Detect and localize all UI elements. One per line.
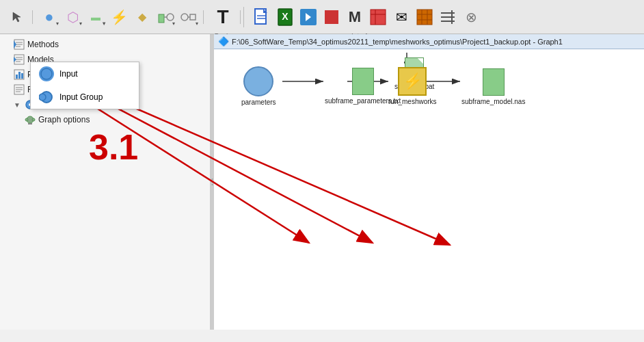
methods-label: Methods <box>27 40 59 49</box>
dropdown-input-group[interactable]: Input Group <box>31 86 139 109</box>
toolbar-separator <box>243 7 244 27</box>
svg-rect-16 <box>371 10 386 25</box>
lightning-btn[interactable]: ⚡ <box>108 6 130 28</box>
svg-point-55 <box>212 179 213 180</box>
node-arr2-btn[interactable] <box>178 6 200 28</box>
toolbar: ● ⬡ ▬ ⚡ ◆ T Basic <box>0 0 644 34</box>
input-group-icon <box>39 90 54 105</box>
svg-marker-0 <box>13 12 21 22</box>
svg-rect-51 <box>28 123 32 124</box>
svg-rect-41 <box>21 73 23 79</box>
graph1-expand-icon: ▼ <box>14 101 21 109</box>
toolbar-section-interfaces: X M ✉ ⊗ Interfaces <box>247 6 486 28</box>
svg-rect-6 <box>190 14 196 20</box>
svg-rect-1 <box>159 14 164 23</box>
sidebar: Methods Models Plot groups <box>0 34 211 330</box>
svg-rect-39 <box>16 75 18 79</box>
svg-rect-15 <box>325 10 338 24</box>
run-meshworks-shape: ⚡ <box>398 67 427 96</box>
run-meshworks-label: run_meshworks <box>388 98 437 105</box>
text-tool-btn[interactable]: T <box>209 6 237 28</box>
svg-point-49 <box>25 118 28 121</box>
iface3-btn[interactable] <box>297 6 319 28</box>
input-label: Input <box>59 69 78 79</box>
graph-title-icon: 🔷 <box>218 36 229 47</box>
dropdown-input[interactable]: Input <box>31 62 139 86</box>
svg-marker-32 <box>14 40 16 49</box>
dropdown-popup: Input Input Group <box>30 62 139 109</box>
svg-rect-40 <box>18 72 21 79</box>
svg-point-4 <box>181 14 188 21</box>
iface6-btn[interactable] <box>367 6 389 28</box>
node-arr1-btn[interactable] <box>155 6 176 28</box>
subframe-model-label: subframe_model.nas <box>461 98 525 105</box>
graph-options-label: Graph options <box>38 115 90 124</box>
graph-title-text: F:\06_SoftWare_Temp\34_optimus20211_temp… <box>232 38 563 46</box>
graph-titlebar: 🔷 F:\06_SoftWare_Temp\34_optimus20211_te… <box>214 34 644 49</box>
svg-point-52 <box>41 68 52 79</box>
input-icon <box>39 66 54 81</box>
models-icon <box>14 54 25 65</box>
iface5-btn[interactable]: M <box>344 6 366 28</box>
parameters-label: parameters <box>241 98 276 106</box>
parameters-node[interactable]: parameters <box>241 66 276 106</box>
sidebar-item-graph-options[interactable]: Graph options <box>0 112 210 127</box>
sidebar-item-methods[interactable]: Methods <box>0 37 210 52</box>
subframe-model-node[interactable]: subframe_model.nas <box>461 68 525 105</box>
rect-green-btn[interactable]: ▬ <box>85 6 107 28</box>
iface7-btn[interactable]: ✉ <box>390 6 412 28</box>
toolbar-section-pointer <box>3 6 33 28</box>
iface2-btn[interactable]: X <box>274 6 296 28</box>
svg-text:X: X <box>282 11 289 22</box>
svg-point-50 <box>32 118 35 121</box>
subframe-model-shape <box>483 68 505 96</box>
iface9-btn[interactable] <box>437 6 459 28</box>
svg-point-56 <box>212 181 213 183</box>
svg-point-54 <box>39 94 46 101</box>
toolbar-section-basic: T Basic <box>205 6 241 28</box>
graph-options-icon <box>25 114 36 125</box>
svg-point-2 <box>167 14 174 21</box>
toolbar-section-shapes: ● ⬡ ▬ ⚡ ◆ <box>34 6 204 28</box>
subframe-parameters-shape <box>352 68 374 95</box>
run-meshworks-node[interactable]: ⚡ run_meshworks <box>388 67 437 105</box>
graph-canvas[interactable]: subframe.bat parameters subframe_paramet… <box>214 49 644 330</box>
pointer-tool-btn[interactable] <box>7 6 29 28</box>
iface10-btn[interactable]: ⊗ <box>460 6 482 28</box>
methods-icon <box>14 39 25 50</box>
svg-point-57 <box>212 184 213 185</box>
hex-pink-btn[interactable]: ⬡ <box>62 6 83 28</box>
iface8-btn[interactable] <box>414 6 435 28</box>
plot-groups-icon <box>14 69 25 80</box>
circle-blue-btn[interactable]: ● <box>38 6 60 28</box>
diamond-btn[interactable]: ◆ <box>131 6 153 28</box>
iface4-btn[interactable] <box>321 6 343 28</box>
iface1-btn[interactable] <box>251 6 273 28</box>
svg-rect-19 <box>417 10 432 25</box>
reports-icon <box>14 84 25 95</box>
graph-area: 🔷 F:\06_SoftWare_Temp\34_optimus20211_te… <box>214 34 644 330</box>
main-area: Methods Models Plot groups <box>0 34 644 330</box>
input-group-label: Input Group <box>59 92 103 102</box>
parameters-shape <box>243 66 273 96</box>
